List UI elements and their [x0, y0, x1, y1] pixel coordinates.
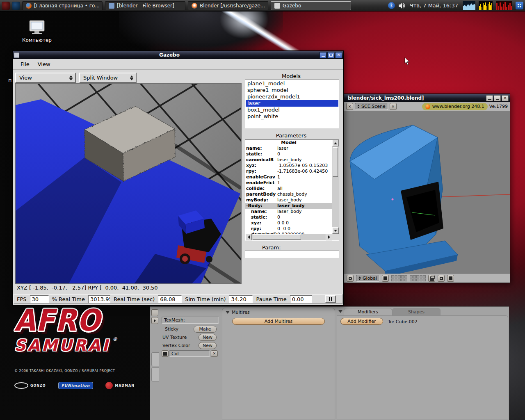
view-combobox[interactable]: View — [15, 73, 76, 83]
model-list-item[interactable]: plane1_model — [246, 80, 338, 87]
parameter-key: parentBody — [245, 192, 277, 197]
minimize-button[interactable] — [486, 95, 493, 101]
parameter-row[interactable]: name: laser — [245, 146, 332, 151]
close-button[interactable]: ✕ — [335, 52, 342, 58]
snap-icon[interactable] — [438, 275, 445, 282]
minimize-button[interactable] — [320, 52, 326, 58]
horizontal-scrollbar[interactable] — [245, 234, 332, 240]
vertical-scroll-thumb[interactable] — [333, 147, 338, 177]
split-window-combobox[interactable]: Split Window — [79, 73, 137, 83]
top-panel: [Главная страница • го... [blender - Fil… — [0, 0, 525, 11]
scroll-left-icon[interactable] — [245, 234, 252, 240]
lock-icon[interactable] — [428, 275, 435, 282]
parameters-table[interactable]: Model name: laser static: 0 — [245, 139, 339, 241]
add-multires-button[interactable]: Add Multires — [232, 318, 325, 325]
parameter-row[interactable]: rpy: 0 -0 0 — [245, 226, 332, 232]
parameter-row[interactable]: enableFrict 1 — [245, 180, 332, 186]
parameter-row[interactable]: static: 0 — [245, 215, 332, 220]
new-vertex-color-button[interactable]: New — [199, 342, 217, 349]
model-list-item[interactable]: sphere1_model — [246, 87, 338, 94]
parameter-row[interactable]: parentBody chassis_body — [245, 192, 332, 197]
add-modifier-button[interactable]: Add Modifier — [340, 318, 383, 325]
parameter-row[interactable]: myBody: laser_body — [245, 197, 332, 203]
new-uv-texture-button[interactable]: New — [199, 334, 217, 341]
param-input[interactable] — [245, 251, 339, 258]
collapse-panel-icon[interactable] — [226, 311, 230, 314]
tab-shapes[interactable]: Shapes — [392, 308, 441, 315]
parameter-row[interactable]: enableGrav 1 — [245, 174, 332, 180]
volume-icon[interactable] — [398, 2, 405, 9]
gazebo-3d-viewport[interactable] — [15, 83, 242, 284]
parameter-row[interactable]: -Body: laser_body — [245, 203, 332, 209]
layer-buttons-right[interactable] — [410, 275, 426, 281]
menu-file[interactable]: File — [17, 60, 33, 68]
clock[interactable]: Чтв, 7 Май, 16:37 — [408, 2, 460, 9]
col-field[interactable]: Col — [169, 350, 210, 357]
real-time-pct-field[interactable]: 3013.95 — [88, 295, 110, 303]
layer-buttons-left[interactable] — [391, 275, 407, 281]
parameter-row[interactable]: collide: all — [245, 186, 332, 192]
scroll-down-icon[interactable] — [332, 227, 339, 234]
models-list[interactable]: plane1_model sphere1_model pioneer2dx_mo… — [245, 80, 339, 128]
memory-monitor-applet[interactable] — [496, 1, 512, 10]
sim-time-field[interactable]: 34.20 — [229, 295, 253, 303]
horizontal-scroll-thumb[interactable] — [253, 234, 301, 240]
make-sticky-button[interactable]: Make — [194, 326, 217, 333]
pause-button[interactable] — [325, 295, 336, 303]
parameter-row[interactable]: static: 0 — [245, 151, 332, 157]
pivot-icon[interactable] — [347, 275, 354, 282]
transform-orientation-selector[interactable]: Global — [356, 275, 379, 282]
maximize-button[interactable] — [327, 52, 334, 58]
scroll-right-icon[interactable] — [326, 234, 332, 240]
gazebo-titlebar[interactable]: Gazebo ✕ — [13, 51, 343, 59]
modifiers-panel: Add Modifier To: Cube.002 — [337, 315, 508, 420]
blender-window-title: blender/sick_lms200.blend] — [348, 95, 424, 101]
bluetooth-icon[interactable]: ᛒ — [388, 2, 395, 9]
context-tab-2[interactable] — [151, 368, 159, 381]
main-menu-icon[interactable] — [2, 2, 10, 10]
real-time-field[interactable]: 68.08 — [158, 295, 182, 303]
model-list-item[interactable]: pioneer2dx_model1 — [246, 94, 338, 100]
close-icon[interactable]: ✕ — [390, 103, 397, 110]
close-icon[interactable]: ✕ — [346, 103, 353, 110]
parameter-row[interactable]: canonicalB laser_body — [245, 157, 332, 163]
show-desktop-icon[interactable] — [12, 2, 20, 10]
parameter-row[interactable]: xyz: 0 0 0 — [245, 220, 332, 226]
close-button[interactable]: ✕ — [502, 95, 509, 101]
fps-field[interactable]: 30 — [30, 295, 49, 303]
model-list-item[interactable]: point_white — [246, 113, 338, 120]
task-button[interactable]: [blender - File Browser] — [105, 1, 185, 10]
workspace-applet-icon[interactable] — [516, 2, 523, 9]
blender-version: www.blender.org 248.1 — [432, 104, 484, 109]
delete-col-icon[interactable]: ✕ — [211, 350, 218, 357]
model-list-item[interactable]: box1_model — [246, 107, 338, 113]
blender-titlebar[interactable]: blender/sick_lms200.blend] ✕ — [344, 94, 510, 102]
collapse-panel-icon[interactable] — [338, 310, 342, 313]
parameter-row[interactable]: xyz: -1.05057e-05 0.15203 — [245, 163, 332, 169]
manipulator-icon[interactable] — [382, 275, 389, 282]
grid-icon[interactable] — [162, 350, 169, 357]
panel-icon-button[interactable] — [151, 309, 158, 316]
parameter-row[interactable]: rpy: -1.71683e-06 0.42450 — [245, 169, 332, 174]
maximize-button[interactable] — [494, 95, 501, 101]
network-monitor-applet[interactable] — [463, 1, 475, 10]
window-menu-icon[interactable] — [14, 52, 19, 58]
blender-3d-viewport[interactable] — [344, 111, 510, 274]
pause-time-field[interactable]: 0.00 — [290, 295, 312, 303]
scene-selector[interactable]: SCE:Scene — [355, 103, 388, 110]
scroll-up-icon[interactable] — [332, 140, 339, 146]
parameter-row[interactable]: name: laser_body — [245, 209, 332, 215]
desktop-icon-computer[interactable]: Компьютер — [21, 20, 53, 43]
model-list-item[interactable]: laser — [246, 100, 338, 107]
tab-modifiers[interactable]: Modifiers — [344, 308, 392, 315]
render-preview-icon[interactable] — [447, 275, 454, 282]
texmesh-field[interactable]: TexMesh: — [162, 317, 219, 324]
menu-view[interactable]: View — [34, 60, 54, 68]
task-button[interactable]: Gazebo — [271, 1, 351, 10]
task-button[interactable]: [Главная страница • го... — [22, 1, 103, 10]
panel-arrow-button[interactable] — [151, 317, 158, 324]
task-button[interactable]: Blender [/usr/share/gaze... — [188, 1, 268, 10]
vertical-scrollbar[interactable] — [332, 140, 339, 234]
cpu-monitor-applet[interactable] — [479, 1, 493, 10]
context-tab-1[interactable] — [151, 352, 159, 366]
